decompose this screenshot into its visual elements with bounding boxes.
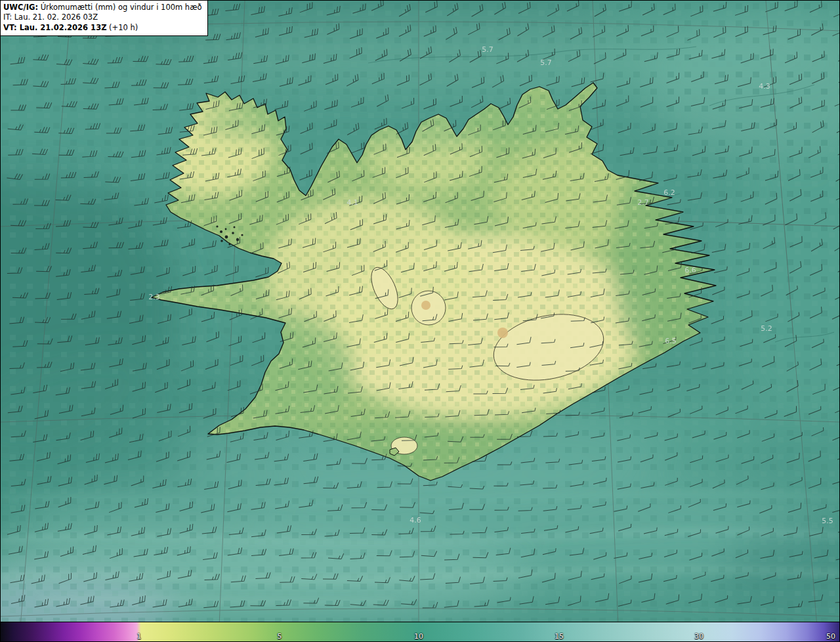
colorbar-tick-label: 30: [694, 632, 704, 641]
contour-label: 5.5: [822, 517, 833, 525]
colorbar-tick-label: 10: [414, 632, 423, 641]
colorbar-tick-label: 1: [137, 632, 142, 641]
contour-label: 6.6: [684, 266, 696, 274]
legend-box: UWC/IG: Úrkomumætti (mm) og vindur i 100…: [1, 1, 208, 36]
valid-time-line: VT: Lau. 21.02.2026 13Z (+10 h): [3, 23, 202, 33]
contour-label: 5.7: [482, 45, 494, 54]
contour-label: 4.3: [759, 82, 770, 91]
glacier-peak-spot: [421, 301, 430, 310]
contour-label: 4.6: [410, 516, 421, 524]
weather-map-screen: 5.75.74.34.16.22.76.66.55.22.35.54.6 UWC…: [0, 0, 840, 642]
contour-label: 2.3: [148, 293, 160, 301]
colorbar: 1510153050: [1, 622, 840, 641]
weather-map: 5.75.74.34.16.22.76.66.55.22.35.54.6: [1, 1, 840, 642]
valid-time: Lau. 21.02.2026 13Z: [17, 23, 107, 32]
colorbar-tick-label: 15: [555, 632, 564, 641]
init-time: IT: Lau. 21. 02. 2026 03Z: [3, 12, 202, 22]
glacier-peak-spot: [497, 328, 508, 338]
colorbar-tick-label: 5: [278, 632, 282, 641]
contour-label: 5.7: [540, 58, 552, 67]
colorbar-tick-label: 50: [826, 632, 835, 641]
map-title: Úrkomumætti (mm) og vindur i 100m hæð: [38, 3, 202, 12]
legend-title-line: UWC/IG: Úrkomumætti (mm) og vindur i 100…: [3, 3, 202, 12]
valid-time-label: VT:: [3, 23, 17, 32]
valid-offset: (+10 h): [106, 23, 138, 32]
contour-label: 6.2: [663, 188, 675, 197]
contour-label: 4.1: [346, 198, 358, 207]
contour-label: 2.7: [637, 198, 649, 207]
model-name: UWC/IG:: [3, 3, 38, 12]
contour-label: 6.5: [665, 337, 677, 345]
contour-label: 5.2: [761, 324, 772, 333]
